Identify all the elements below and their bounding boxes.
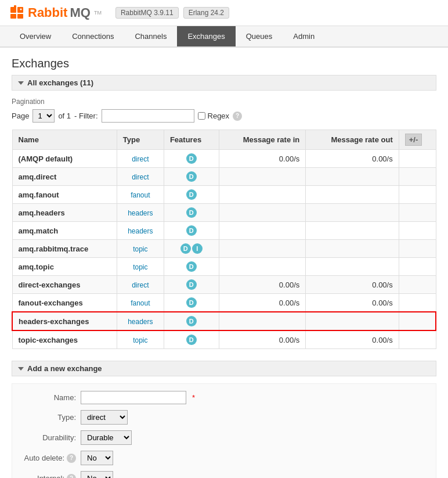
- exchange-type: topic: [117, 258, 164, 276]
- durability-select[interactable]: Durable Transient: [81, 430, 132, 445]
- col-features: Features: [164, 130, 219, 150]
- exchange-type: fanout: [117, 186, 164, 204]
- feature-badge: D: [186, 171, 197, 182]
- table-row[interactable]: headers-exchangesheadersD: [12, 312, 436, 330]
- table-row[interactable]: topic-exchangestopicD0.00/s0.00/s: [12, 330, 436, 349]
- rabbitmq-logo-icon: [9, 5, 26, 21]
- col-rate-out: Message rate out: [306, 130, 399, 150]
- exchange-rate-in: [219, 186, 306, 204]
- auto-delete-select[interactable]: No Yes: [81, 451, 113, 465]
- svg-point-5: [20, 9, 22, 10]
- exchange-rate-out: [306, 204, 399, 222]
- all-exchanges-header[interactable]: All exchanges (11): [12, 75, 436, 91]
- exchange-action: [399, 204, 436, 222]
- table-row[interactable]: amq.matchheadersD: [12, 222, 436, 240]
- add-exchange-header[interactable]: Add a new exchange: [12, 361, 436, 376]
- exchange-action: [399, 240, 436, 258]
- all-exchanges-label: All exchanges (11): [27, 78, 93, 87]
- pagination-section: Pagination Page 1 of 1 - Filter: Regex ?: [12, 98, 436, 123]
- exchange-rate-in: [219, 240, 306, 258]
- exchange-action: [399, 312, 436, 330]
- exchange-rate-in: [219, 168, 306, 186]
- col-name: Name: [12, 130, 117, 150]
- feature-badge: D: [186, 225, 197, 236]
- logo-rabbit-text: Rabbit: [28, 5, 67, 20]
- exchange-action: [399, 276, 436, 294]
- exchange-features: D: [164, 150, 219, 168]
- add-col-button[interactable]: +/-: [405, 134, 422, 146]
- filter-input[interactable]: [102, 109, 194, 123]
- table-row[interactable]: fanout-exchangesfanoutD0.00/s0.00/s: [12, 294, 436, 312]
- exchange-features: D: [164, 312, 219, 330]
- main-nav: Overview Connections Channels Exchanges …: [0, 26, 448, 48]
- auto-delete-row: Auto delete: ? No Yes: [24, 451, 424, 465]
- help-icon[interactable]: ?: [233, 112, 242, 121]
- exchange-name: amq.topic: [12, 258, 117, 276]
- col-add[interactable]: +/-: [399, 130, 436, 150]
- feature-badge: D: [186, 261, 197, 272]
- nav-channels[interactable]: Channels: [124, 26, 177, 46]
- feature-badge: D: [186, 189, 197, 200]
- table-row[interactable]: amq.topictopicD: [12, 258, 436, 276]
- table-row[interactable]: amq.fanoutfanoutD: [12, 186, 436, 204]
- nav-admin[interactable]: Admin: [283, 26, 325, 46]
- nav-overview[interactable]: Overview: [9, 26, 62, 46]
- exchange-type: topic: [117, 330, 164, 349]
- nav-queues[interactable]: Queues: [236, 26, 283, 46]
- erlang-version: Erlang 24.2: [183, 7, 229, 19]
- exchange-rate-in: [219, 222, 306, 240]
- of-label: of 1: [58, 112, 71, 120]
- exchange-name-input[interactable]: [81, 391, 186, 404]
- exchange-rate-out: [306, 240, 399, 258]
- exchange-rate-out: [306, 222, 399, 240]
- exchange-rate-out: [306, 258, 399, 276]
- exchange-rate-out: [306, 186, 399, 204]
- regex-checkbox[interactable]: [198, 112, 205, 120]
- table-row[interactable]: direct-exchangesdirectD0.00/s0.00/s: [12, 276, 436, 294]
- logo-mq-text: MQ: [70, 5, 90, 20]
- nav-exchanges[interactable]: Exchanges: [177, 26, 235, 46]
- exchange-action: [399, 294, 436, 312]
- exchange-name: direct-exchanges: [12, 276, 117, 294]
- exchange-name: amq.fanout: [12, 186, 117, 204]
- page-select[interactable]: 1: [32, 109, 55, 123]
- pagination-controls: Page 1 of 1 - Filter: Regex ?: [12, 109, 436, 123]
- pagination-label: Pagination: [12, 98, 436, 106]
- exchange-rate-out: 0.00/s: [306, 330, 399, 349]
- exchange-action: [399, 168, 436, 186]
- exchange-action: [399, 258, 436, 276]
- exchange-rate-out: [306, 312, 399, 330]
- exchange-features: D: [164, 222, 219, 240]
- table-row[interactable]: amq.directdirectD: [12, 168, 436, 186]
- regex-label: Regex: [198, 112, 230, 120]
- exchange-rate-in: [219, 258, 306, 276]
- nav-connections[interactable]: Connections: [62, 26, 124, 46]
- type-row: Type: direct fanout headers topic: [24, 410, 424, 425]
- svg-rect-2: [10, 14, 16, 19]
- exchange-name: amq.direct: [12, 168, 117, 186]
- exchange-type: direct: [117, 168, 164, 186]
- exchange-features: D: [164, 294, 219, 312]
- exchange-name: amq.rabbitmq.trace: [12, 240, 117, 258]
- internal-label: Internal: ?: [24, 474, 76, 479]
- main-content: Exchanges All exchanges (11) Pagination …: [0, 48, 448, 478]
- rabbitmq-version: RabbitMQ 3.9.11: [115, 7, 179, 19]
- collapse-icon: [18, 81, 24, 85]
- exchange-rate-out: 0.00/s: [306, 294, 399, 312]
- exchange-name: headers-exchanges: [12, 312, 117, 330]
- exchange-type: direct: [117, 150, 164, 168]
- internal-select[interactable]: No Yes: [81, 471, 113, 478]
- auto-delete-help[interactable]: ?: [67, 454, 76, 463]
- table-row[interactable]: (AMQP default)directD0.00/s0.00/s: [12, 150, 436, 168]
- exchange-features: D: [164, 204, 219, 222]
- table-row[interactable]: amq.rabbitmq.tracetopicDI: [12, 240, 436, 258]
- add-exchange-label: Add a new exchange: [27, 364, 102, 373]
- exchange-name: amq.headers: [12, 204, 117, 222]
- durability-row: Durability: Durable Transient: [24, 430, 424, 445]
- name-label: Name:: [24, 393, 76, 402]
- internal-help[interactable]: ?: [67, 474, 76, 479]
- feature-badge: D: [186, 335, 197, 345]
- table-row[interactable]: amq.headersheadersD: [12, 204, 436, 222]
- type-select[interactable]: direct fanout headers topic: [81, 410, 128, 425]
- exchange-action: [399, 186, 436, 204]
